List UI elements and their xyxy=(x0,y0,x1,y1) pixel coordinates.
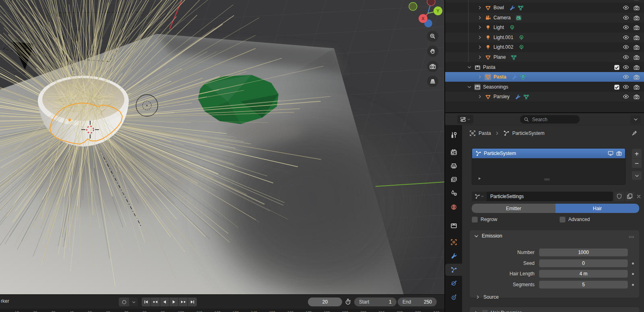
collection-checkbox[interactable] xyxy=(613,84,620,90)
properties-tab-modifiers[interactable] xyxy=(445,250,462,262)
list-item-particlesystem[interactable]: ParticleSystem xyxy=(472,149,625,158)
nav-zoom-button[interactable] xyxy=(427,31,438,42)
properties-tab-object[interactable] xyxy=(445,236,462,248)
unlink-x-icon[interactable] xyxy=(636,193,642,200)
wrench-icon[interactable] xyxy=(509,4,515,11)
current-frame-field[interactable]: 20 xyxy=(308,298,342,306)
jump-start-button[interactable] xyxy=(142,298,151,306)
seed-field[interactable]: 0 xyxy=(539,259,628,267)
properties-tab-world[interactable] xyxy=(445,201,462,213)
meshData-icon[interactable] xyxy=(520,74,526,80)
camera-render-icon[interactable] xyxy=(633,34,640,41)
eye-icon[interactable] xyxy=(623,44,629,50)
outliner-panel[interactable]: BowlCameraLightLight.001Light.002PlanePa… xyxy=(445,0,644,112)
chevron-right-icon[interactable] xyxy=(477,14,483,21)
timeline-editor[interactable]: rker 20 Start 1 End 250 1020304050607080… xyxy=(0,294,444,312)
play-button[interactable] xyxy=(169,298,178,306)
stopwatch-icon[interactable] xyxy=(345,298,351,306)
outliner-row-pasta[interactable]: Pasta xyxy=(445,62,644,72)
eye-icon[interactable] xyxy=(623,4,629,11)
lightData-icon[interactable] xyxy=(518,44,524,50)
settings-name-field[interactable]: ParticleSettings xyxy=(487,192,613,201)
properties-tab-render[interactable] xyxy=(445,146,462,158)
wrench-icon[interactable] xyxy=(514,93,521,100)
camera-render-icon[interactable] xyxy=(633,93,640,100)
properties-tab-scene[interactable] xyxy=(445,187,462,199)
chevron-right-icon[interactable] xyxy=(477,24,483,31)
meshData-icon[interactable] xyxy=(517,4,524,11)
outliner-row[interactable] xyxy=(445,0,644,2)
nav-camera-view-button[interactable] xyxy=(427,61,438,72)
frame-start-field[interactable]: Start 1 xyxy=(354,298,396,306)
animate-dot[interactable] xyxy=(632,284,634,286)
emission-panel-header[interactable]: Emission xyxy=(473,233,502,239)
particle-system-list[interactable]: ParticleSystem xyxy=(472,148,625,185)
animate-dot[interactable] xyxy=(632,273,634,275)
lightData-icon[interactable] xyxy=(518,34,524,41)
outliner-row-pasta[interactable]: Pasta xyxy=(445,72,644,82)
chevron-right-icon[interactable] xyxy=(477,4,483,11)
eye-icon[interactable] xyxy=(623,93,629,100)
outliner-row-bowl[interactable]: Bowl xyxy=(445,3,644,12)
chevron-right-icon[interactable] xyxy=(477,0,483,1)
monitor-icon[interactable] xyxy=(607,150,614,157)
search-input[interactable]: Search xyxy=(520,115,580,124)
jump-end-button[interactable] xyxy=(188,298,197,306)
keying-dropdown[interactable] xyxy=(130,298,138,306)
meshData-icon[interactable] xyxy=(511,54,517,60)
properties-tab-physics[interactable] xyxy=(445,277,462,289)
hair-length-field[interactable]: 4 m xyxy=(539,270,628,278)
nav-toggle-ortho-button[interactable] xyxy=(427,76,438,87)
3d-viewport[interactable]: X Y xyxy=(0,0,444,294)
eye-icon[interactable] xyxy=(623,54,629,60)
camera-render-icon[interactable] xyxy=(633,4,640,11)
eye-icon[interactable] xyxy=(623,24,629,31)
specials-dropdown-button[interactable] xyxy=(632,171,642,180)
camera-render-icon[interactable] xyxy=(616,150,622,157)
list-expand-icon[interactable] xyxy=(476,175,483,182)
lightData-icon[interactable] xyxy=(509,24,515,31)
eye-icon[interactable] xyxy=(623,14,629,21)
grip-icon[interactable] xyxy=(544,176,550,182)
hair-dynamics-checkbox[interactable] xyxy=(482,310,488,312)
pin-icon[interactable] xyxy=(631,130,638,136)
camBadge-icon[interactable] xyxy=(516,14,522,21)
outliner-item-label[interactable]: Bowl xyxy=(493,5,504,10)
new-copy-button[interactable] xyxy=(625,192,634,201)
chevron-right-icon[interactable] xyxy=(477,93,483,100)
nav-pan-button[interactable] xyxy=(427,45,438,57)
outliner-row-plane[interactable]: Plane xyxy=(445,52,644,62)
outliner-item-label[interactable]: Pasta xyxy=(483,64,495,70)
chevron-right-icon[interactable] xyxy=(477,44,483,50)
eye-icon[interactable] xyxy=(623,84,629,90)
camera-render-icon[interactable] xyxy=(633,84,640,90)
camera-render-icon[interactable] xyxy=(633,0,640,1)
outliner-row-parsley[interactable]: Parsley xyxy=(445,92,644,101)
outliner-row-light-002[interactable]: Light.002 xyxy=(445,42,644,52)
eye-icon[interactable] xyxy=(623,64,629,70)
marker-menu[interactable]: rker xyxy=(1,298,9,304)
regrow-checkbox[interactable] xyxy=(472,217,478,223)
source-subpanel[interactable]: Source xyxy=(475,294,499,300)
tab-emitter[interactable]: Emitter xyxy=(472,204,555,213)
animate-dot[interactable] xyxy=(632,262,634,264)
play-reverse-button[interactable] xyxy=(160,298,169,306)
camera-render-icon[interactable] xyxy=(633,64,640,70)
outliner-item-label[interactable]: Light.002 xyxy=(493,44,513,50)
outliner-item-label[interactable]: Camera xyxy=(493,15,511,21)
advanced-checkbox[interactable] xyxy=(559,217,566,223)
auto-keying-button[interactable] xyxy=(119,298,129,306)
outliner-item-label[interactable]: Seasonings xyxy=(483,84,508,90)
eye-icon[interactable] xyxy=(623,34,629,41)
camera-render-icon[interactable] xyxy=(633,44,640,50)
chevron-down-icon[interactable] xyxy=(466,84,473,90)
meshData-icon[interactable] xyxy=(523,93,529,100)
breadcrumb-data[interactable]: ParticleSystem xyxy=(512,130,545,136)
camera-render-icon[interactable] xyxy=(633,74,640,80)
chevron-right-icon[interactable] xyxy=(477,54,483,60)
editor-type-button[interactable] xyxy=(457,115,473,124)
outliner-item-label[interactable]: Light.001 xyxy=(493,35,513,40)
outliner-item-label[interactable]: Pasta xyxy=(493,74,506,80)
collection-checkbox[interactable] xyxy=(613,64,620,70)
number-field[interactable]: 1000 xyxy=(539,248,628,256)
